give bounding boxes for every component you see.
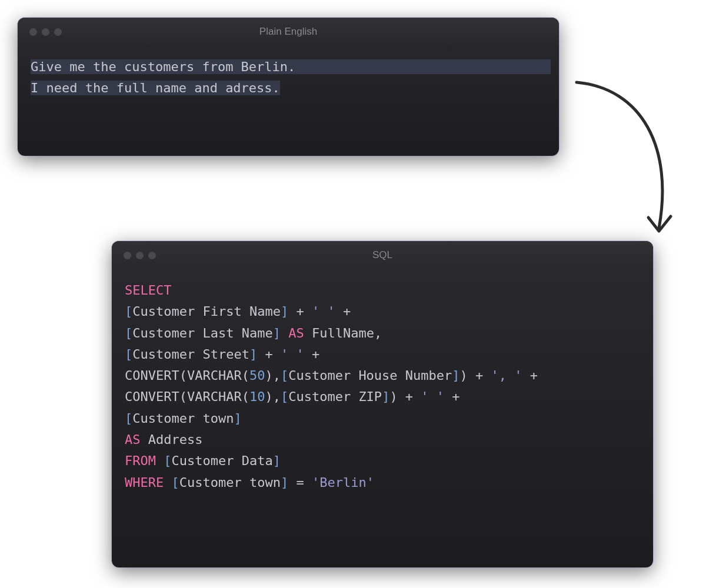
code-token: WHERE <box>125 475 164 490</box>
code-token: Customer town <box>179 475 281 490</box>
code-token: SELECT <box>125 283 171 298</box>
sql-code-area[interactable]: SELECT[Customer First Name] + ' ' +[Cust… <box>112 269 653 504</box>
code-token <box>281 326 288 340</box>
code-token: [ <box>171 475 179 490</box>
code-line: FROM [Customer Data] <box>125 450 640 472</box>
code-token: Customer Data <box>171 453 272 468</box>
code-token: [ <box>281 368 288 383</box>
code-line: [Customer First Name] + ' ' + <box>125 301 640 322</box>
code-token: ' ' <box>281 347 304 362</box>
code-token: ] <box>234 411 241 426</box>
code-token: + <box>304 347 320 362</box>
code-token: Customer First Name <box>132 304 281 319</box>
window-title: Plain English <box>29 26 547 38</box>
close-icon[interactable] <box>124 252 131 259</box>
code-token: + <box>257 347 281 362</box>
code-token: Customer Street <box>132 347 249 362</box>
selection-padding <box>295 59 550 74</box>
english-line: I need the full name and adress. <box>31 81 280 95</box>
code-line: SELECT <box>125 280 640 301</box>
titlebar: SQL <box>112 241 653 269</box>
code-token: ) + <box>460 368 491 383</box>
code-token: ), <box>265 389 281 404</box>
code-token: [ <box>125 304 132 319</box>
code-token: ] <box>281 304 288 319</box>
code-token: AS <box>125 432 141 447</box>
code-line: AS Address <box>125 429 640 450</box>
code-line: CONVERT(VARCHAR(10),[Customer ZIP]) + ' … <box>125 386 640 407</box>
traffic-lights <box>124 252 156 259</box>
code-token: [ <box>125 411 132 426</box>
code-token: ), <box>265 368 281 383</box>
code-line: [Customer Street] + ' ' + <box>125 344 640 365</box>
code-line: WHERE [Customer town] = 'Berlin' <box>125 472 640 493</box>
code-token: ] <box>249 347 257 362</box>
sql-output-window: SQL SELECT[Customer First Name] + ' ' +[… <box>112 241 653 567</box>
code-line: CONVERT(VARCHAR(50),[Customer House Numb… <box>125 365 640 386</box>
code-token: ', ' <box>491 368 522 383</box>
code-token: 50 <box>249 368 265 383</box>
code-token: Customer ZIP <box>288 389 382 404</box>
code-token <box>156 453 164 468</box>
code-token: [ <box>125 326 132 340</box>
traffic-lights <box>29 28 62 36</box>
code-token: Customer town <box>132 411 234 426</box>
code-token: Address <box>141 432 203 447</box>
titlebar: Plain English <box>18 18 559 46</box>
code-line: [Customer town] <box>125 408 640 429</box>
code-token: ' ' <box>421 389 444 404</box>
code-token: + <box>444 389 460 404</box>
code-token: + <box>288 304 312 319</box>
minimize-icon[interactable] <box>136 252 144 259</box>
minimize-icon[interactable] <box>42 28 49 36</box>
code-token: ' ' <box>312 304 335 319</box>
code-token: Customer Last Name <box>132 326 272 340</box>
window-title: SQL <box>124 249 641 261</box>
maximize-icon[interactable] <box>148 252 156 259</box>
close-icon[interactable] <box>29 28 37 36</box>
code-token: ] <box>281 475 288 490</box>
code-token: ] <box>273 326 281 340</box>
maximize-icon[interactable] <box>54 28 62 36</box>
english-line: Give me the customers from Berlin. <box>31 59 295 74</box>
code-token: [ <box>281 389 288 404</box>
code-token: [ <box>164 453 171 468</box>
code-token: ) + <box>389 389 421 404</box>
code-token: ] <box>382 389 389 404</box>
code-token: FROM <box>125 453 156 468</box>
code-token: 'Berlin' <box>312 475 374 490</box>
code-token: + <box>335 304 351 319</box>
code-token: CONVERT(VARCHAR( <box>125 368 249 383</box>
arrow-icon <box>559 71 694 259</box>
code-token: = <box>288 475 312 490</box>
code-token: ] <box>452 368 459 383</box>
code-token: ] <box>273 453 281 468</box>
code-token: [ <box>125 347 132 362</box>
code-line: [Customer Last Name] AS FullName, <box>125 323 640 344</box>
code-token: + <box>522 368 538 383</box>
code-token <box>164 475 171 490</box>
code-token: Customer House Number <box>288 368 452 383</box>
code-token: CONVERT(VARCHAR( <box>125 389 249 404</box>
code-token: FullName, <box>304 326 382 340</box>
code-token: AS <box>288 326 304 340</box>
english-text-area[interactable]: Give me the customers from Berlin. I nee… <box>18 46 559 110</box>
code-token: 10 <box>249 389 265 404</box>
english-input-window: Plain English Give me the customers from… <box>18 18 559 156</box>
